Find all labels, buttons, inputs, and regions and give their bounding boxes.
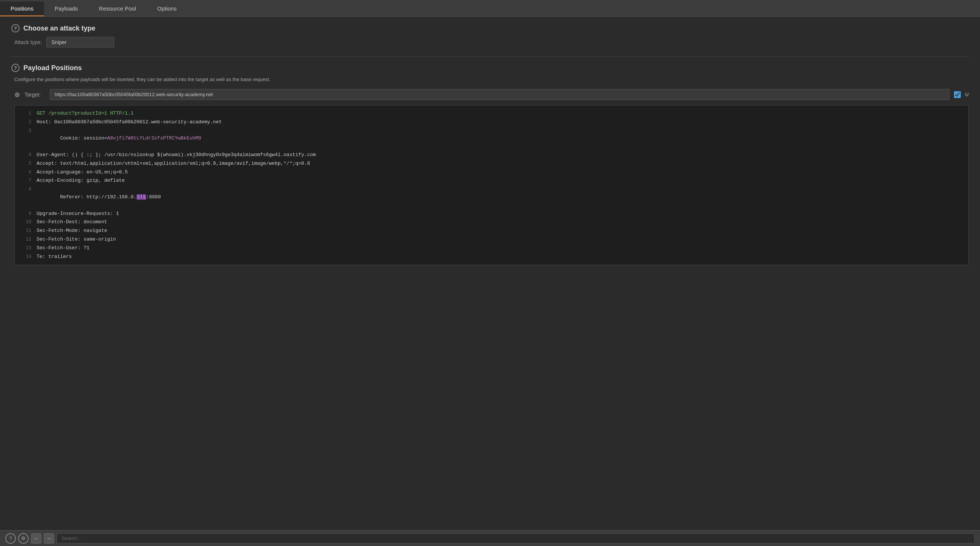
attack-type-help-icon[interactable]: ? <box>11 24 20 32</box>
tab-bar: Positions Payloads Resource Pool Options <box>0 0 980 17</box>
target-checkbox[interactable] <box>954 91 961 98</box>
search-input[interactable] <box>57 533 975 543</box>
request-line: 5 Accept: text/html,application/xhtml+xm… <box>15 159 968 168</box>
forward-button[interactable]: → <box>44 533 54 544</box>
attack-type-header: ? Choose an attack type <box>11 24 969 32</box>
attack-type-title: Choose an attack type <box>23 24 95 32</box>
divider-1 <box>11 57 969 57</box>
payload-positions-title: Payload Positions <box>23 64 82 72</box>
attack-type-input[interactable] <box>46 37 114 48</box>
payload-marker: §1§ <box>137 194 146 200</box>
target-label: Target: <box>24 92 45 98</box>
target-crosshair-icon[interactable]: ⊕ <box>14 91 20 99</box>
request-line: 4 User-Agent: () { :; }; /usr/bin/nslook… <box>15 151 968 159</box>
settings-button[interactable]: ⚙ <box>18 533 29 544</box>
main-content: ? Choose an attack type Attack type: ? P… <box>0 17 980 546</box>
tab-payloads[interactable]: Payloads <box>44 2 89 16</box>
request-line: 1 GET /product?productId=1 HTTP/1.1 <box>15 109 968 118</box>
target-u-label: U <box>965 92 969 97</box>
target-url-input[interactable] <box>50 89 950 100</box>
attack-type-label: Attack type: <box>14 39 42 45</box>
request-line: 3 Cookie: session=A8vjfi7W8tLYLdr3zfxPTR… <box>15 127 968 151</box>
request-line: 11 Sec-Fetch-Mode: navigate <box>15 227 968 235</box>
request-line: 6 Accept-Language: en-US,en;q=0.5 <box>15 168 968 177</box>
payload-description: Configure the positions where payloads w… <box>14 76 969 82</box>
payload-positions-help-icon[interactable]: ? <box>11 64 20 72</box>
help-button[interactable]: ? <box>5 533 16 544</box>
request-line: 10 Sec-Fetch-Dest: document <box>15 218 968 227</box>
back-button[interactable]: ← <box>31 533 41 544</box>
request-line: 13 Sec-Fetch-User: ?1 <box>15 244 968 253</box>
request-line: 12 Sec-Fetch-Site: same-origin <box>15 235 968 244</box>
target-row: ⊕ Target: U <box>14 89 969 100</box>
tab-options[interactable]: Options <box>146 2 187 16</box>
request-line: 9 Upgrade-Insecure-Requests: 1 <box>15 210 968 218</box>
tab-positions[interactable]: Positions <box>0 2 44 16</box>
request-line: 8 Referer: http://192.168.0.§1§:8080 <box>15 185 968 209</box>
bottom-toolbar: ? ⚙ ← → <box>0 530 980 546</box>
payload-positions-header: ? Payload Positions <box>11 64 969 72</box>
tab-resource-pool[interactable]: Resource Pool <box>89 2 146 16</box>
request-body: 1 GET /product?productId=1 HTTP/1.1 2 Ho… <box>14 105 969 265</box>
request-line: 7 Accept-Encoding: gzip, deflate <box>15 177 968 185</box>
request-line: 2 Host: 0ac100a80367a50bc05045fa00b20012… <box>15 118 968 127</box>
attack-type-row: Attack type: <box>14 37 969 48</box>
request-line: 14 Te: trailers <box>15 253 968 261</box>
